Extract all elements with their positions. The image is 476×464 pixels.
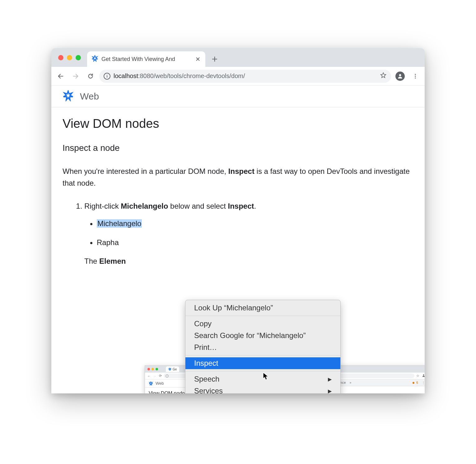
mini-browser-tab: Ge xyxy=(166,366,179,372)
chevron-right-icon: ▶ xyxy=(328,388,332,394)
browser-toolbar: i localhost:8080/web/tools/chrome-devtoo… xyxy=(51,67,425,86)
devtools-settings-icon: ⋮ xyxy=(422,381,425,384)
site-title: Web xyxy=(80,91,99,102)
step-1: Right-click Michelangelo below and selec… xyxy=(84,200,413,267)
browser-menu-button[interactable] xyxy=(409,70,422,82)
reload-button[interactable] xyxy=(84,70,97,82)
context-menu-services[interactable]: Services▶ xyxy=(185,385,340,393)
close-tab-button[interactable] xyxy=(195,56,201,62)
devtools-warning-badge: ● 6 xyxy=(413,381,418,384)
profile-avatar-button[interactable] xyxy=(395,72,405,81)
window-controls xyxy=(58,55,81,60)
url-text: localhost:8080/web/tools/chrome-devtools… xyxy=(114,72,245,80)
list-item-michelangelo[interactable]: Michelangelo xyxy=(97,218,413,230)
mini-avatar-icon xyxy=(421,374,425,378)
tab-strip: Get Started With Viewing And ​ xyxy=(51,48,425,67)
back-button[interactable] xyxy=(54,70,67,82)
context-menu-inspect[interactable]: Inspect xyxy=(185,357,340,369)
intro-paragraph: When you're interested in a particular D… xyxy=(63,165,413,189)
article-content: View DOM nodes Inspect a node When you'r… xyxy=(51,107,425,280)
context-menu-search-google[interactable]: Search Google for “Michelangelo” xyxy=(185,330,340,341)
mini-site-info-icon: i xyxy=(166,374,169,378)
chevron-right-icon: ▶ xyxy=(328,376,332,382)
minimize-window-button[interactable] xyxy=(67,55,72,60)
mini-reload-icon: ⟳ xyxy=(158,374,162,378)
maximize-window-button[interactable] xyxy=(76,55,81,60)
browser-tab[interactable]: Get Started With Viewing And ​ xyxy=(87,51,205,67)
mini-close-window-button xyxy=(147,368,150,370)
forward-button[interactable] xyxy=(69,70,82,82)
site-header: Web xyxy=(51,86,425,107)
section-heading: Inspect a node xyxy=(63,143,413,153)
svg-point-2 xyxy=(415,76,416,77)
tab-title: Get Started With Viewing And ​ xyxy=(101,56,177,63)
svg-point-0 xyxy=(399,74,401,76)
favicon-icon xyxy=(91,55,98,63)
devtools-tab-more: » xyxy=(350,381,352,384)
address-bar[interactable]: i localhost:8080/web/tools/chrome-devtoo… xyxy=(99,70,391,83)
svg-point-3 xyxy=(415,77,416,78)
svg-point-1 xyxy=(415,74,416,75)
bookmark-star-icon[interactable] xyxy=(380,72,387,80)
context-menu-print[interactable]: Print… xyxy=(185,341,340,353)
new-tab-button[interactable] xyxy=(208,53,221,65)
mini-back-icon: ← xyxy=(147,374,151,378)
context-menu: Look Up “Michelangelo” Copy Search Googl… xyxy=(185,300,341,393)
context-menu-lookup[interactable]: Look Up “Michelangelo” xyxy=(185,302,340,314)
context-menu-separator xyxy=(185,316,340,316)
svg-point-4 xyxy=(423,374,424,376)
context-menu-speech[interactable]: Speech▶ xyxy=(185,373,340,385)
list-item-raphael[interactable]: Rapha xyxy=(97,237,413,248)
site-logo-icon xyxy=(63,90,74,103)
close-window-button[interactable] xyxy=(58,55,63,60)
mini-maximize-window-button xyxy=(156,368,158,370)
mini-minimize-window-button xyxy=(152,368,154,370)
step-1-continuation: The Elemen xyxy=(84,255,413,267)
steps-list: Right-click Michelangelo below and selec… xyxy=(63,200,413,267)
browser-window: Get Started With Viewing And ​ i localho… xyxy=(51,48,425,393)
context-menu-copy[interactable]: Copy xyxy=(185,318,340,330)
mini-star-icon: ☆ xyxy=(416,374,420,378)
context-menu-separator xyxy=(185,355,340,355)
page-heading: View DOM nodes xyxy=(63,117,413,131)
mini-forward-icon: → xyxy=(152,374,157,378)
site-info-icon[interactable]: i xyxy=(104,73,110,80)
context-menu-separator xyxy=(185,371,340,371)
